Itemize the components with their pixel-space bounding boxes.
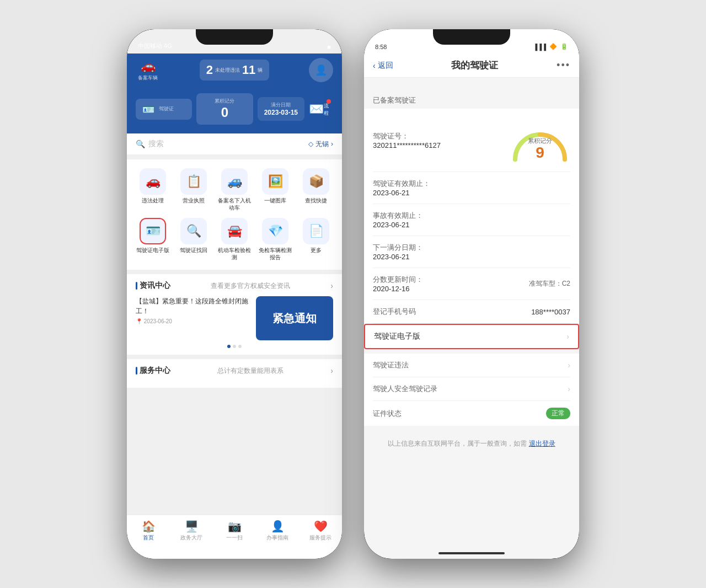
status-row: 证件状态 正常 (373, 401, 570, 426)
grid-icon-1: 📋 (180, 168, 207, 195)
guide-icon: 👤 (271, 520, 285, 533)
service-header: 服务中心 总计有定数量能用表系 › (136, 366, 333, 376)
valid-date-row: 驾驶证有效期止： 2023-06-21 (373, 172, 570, 204)
grid-icon-5: 🪪 (140, 218, 166, 244)
grid-icon-4: 📦 (303, 168, 329, 195)
license-row: 🪪 驾驶证 累积记分 0 满分日期 2023-03-15 ✉️ 流程 (127, 89, 342, 133)
footer-note: 以上信息来自互联网平台，属于一般查询，如需 退出登录 (364, 430, 579, 457)
electronic-license-row[interactable]: 驾驶证电子版 › (364, 324, 579, 349)
score-box: 累积记分 0 (196, 93, 253, 125)
service-subtitle: 总计有定数量能用表系 (217, 366, 284, 376)
violation-row[interactable]: 驾驶证违法 › (373, 354, 570, 377)
grid-section: 🚗 违法处理 📋 营业执照 🚙 备案名下入机动车 🖼️ 一键图库 📦 (127, 159, 342, 270)
grid-item-2[interactable]: 🚙 备案名下入机动车 (217, 168, 252, 211)
grid-icon-3: 🖼️ (262, 168, 288, 195)
service-chevron-icon: › (330, 366, 333, 375)
status-badge: 正常 (546, 408, 570, 419)
left-notch (196, 29, 273, 45)
news-item[interactable]: 【盐城】紧急重要！这段路全锥封闭施工！ 📍 2023-06-20 紧急通知 (136, 296, 333, 340)
license-box: 🪪 驾驶证 (136, 99, 192, 120)
search-icon: 🔍 (136, 140, 145, 148)
grid-icon-6: 🔍 (180, 218, 207, 244)
license-info-card: 驾驶证号： 320211**********6127 (364, 109, 579, 349)
license-number-row: 驾驶证号： 320211**********6127 (373, 109, 570, 172)
service-title: 服务中心 (136, 366, 170, 376)
right-scroll[interactable]: 已备案驾驶证 驾驶证号： 320211**********6127 (364, 90, 579, 548)
left-phone: 中国移动 4G ■ 🚗 备案车辆 2 未处理违法 11 辆 👤 (127, 29, 342, 559)
news-section: 资讯中心 查看更多官方权威安全资讯 › 【盐城】紧急重要！这段路全锥封闭施工！ … (127, 274, 342, 355)
dot-2 (233, 345, 236, 348)
location-label[interactable]: ◇ 无锡 › (308, 140, 333, 149)
back-button[interactable]: ‹ 返回 (373, 61, 393, 71)
safe-driving-row[interactable]: 驾驶人安全驾驶记录 › (373, 377, 570, 401)
left-phone-screen: 中国移动 4G ■ 🚗 备案车辆 2 未处理违法 11 辆 👤 (127, 29, 342, 559)
bottom-nav: 🏠 首页 🖥️ 政务大厅 📷 一一扫 👤 办事指南 ❤️ 服务提示 (127, 515, 342, 559)
signal-icon: ▐▐▐ (533, 44, 546, 50)
grid-icon-7: 🚘 (221, 218, 248, 244)
grid-item-5-highlighted[interactable]: 🪪 驾驶证电子版 (136, 218, 170, 261)
grid-item-3[interactable]: 🖼️ 一键图库 (258, 168, 292, 211)
footer-link[interactable]: 退出登录 (529, 440, 555, 447)
right-section-header: 已备案驾驶证 (364, 90, 579, 109)
avatar[interactable]: 👤 (309, 58, 333, 82)
home-icon: 🏠 (142, 520, 156, 533)
accident-date-row: 事故有效期止： 2023-06-21 (373, 204, 570, 236)
electronic-license-chevron: › (566, 332, 569, 341)
vehicle-count-box: 2 未处理违法 11 辆 (200, 60, 270, 81)
right-phone-screen: 8:58 ▐▐▐ 🔶 🔋 ‹ 返回 我的驾驶证 ••• 已备案驾驶证 (364, 29, 579, 559)
menu-items-card: 驾驶证违法 › 驾驶人安全驾驶记录 › 证件状态 正常 (364, 354, 579, 426)
phone-number-row: 登记手机号码 188****0037 (373, 300, 570, 324)
grid-item-8[interactable]: 💎 免检车辆检测报告 (258, 218, 292, 261)
search-bar[interactable]: 🔍 搜索 ◇ 无锡 › (127, 133, 342, 155)
grid-item-1[interactable]: 📋 营业执照 (176, 168, 211, 211)
grid-item-0[interactable]: 🚗 违法处理 (136, 168, 170, 211)
scan-icon: 📷 (228, 520, 242, 533)
dot-3 (238, 345, 242, 348)
battery-icon: 🔋 (560, 43, 568, 50)
left-header: 🚗 备案车辆 2 未处理违法 11 辆 👤 (127, 54, 342, 89)
violation-chevron: › (568, 361, 570, 370)
news-header: 资讯中心 查看更多官方权威安全资讯 › (136, 281, 333, 291)
grid-item-6[interactable]: 🔍 驾驶证找回 (176, 218, 211, 261)
next-score-row: 下一满分日期： 2023-06-21 (373, 236, 570, 268)
right-notch (433, 29, 510, 45)
news-location: 📍 2023-06-20 (136, 318, 249, 324)
safe-driving-chevron: › (568, 384, 570, 393)
grid-icon-0: 🚗 (140, 168, 166, 195)
date-box: 满分日期 2023-03-15 (258, 97, 304, 121)
search-input-area[interactable]: 🔍 搜索 (136, 139, 164, 149)
news-subtitle[interactable]: 查看更多官方权威安全资讯 (211, 281, 290, 291)
page-title: 我的驾驶证 (451, 59, 498, 72)
wifi-icon: 🔶 (549, 43, 557, 50)
grid-item-9[interactable]: 📄 更多 (299, 218, 333, 261)
nav-scan[interactable]: 📷 一一扫 (213, 520, 256, 542)
back-chevron-icon: ‹ (373, 61, 376, 70)
hall-icon: 🖥️ (185, 520, 199, 533)
news-banner: 紧急通知 (256, 296, 333, 340)
mail-badge (327, 99, 331, 104)
nav-hall[interactable]: 🖥️ 政务大厅 (170, 520, 213, 542)
nav-home[interactable]: 🏠 首页 (127, 520, 170, 542)
score-display: 累积记分 9 (528, 137, 552, 161)
right-nav-bar: ‹ 返回 我的驾驶证 ••• (364, 54, 579, 78)
carousel-dots (136, 345, 333, 348)
right-time: 8:58 (375, 44, 387, 50)
left-battery: ■ (327, 44, 331, 50)
service-icon: ❤️ (314, 520, 328, 533)
grid-icon-8: 💎 (262, 218, 288, 244)
vehicle-stat: 🚗 备案车辆 (136, 58, 160, 82)
mail-icon[interactable]: ✉️ 流程 (309, 97, 333, 121)
service-section: 服务中心 总计有定数量能用表系 › (127, 359, 342, 388)
nav-guide[interactable]: 👤 办事指南 (256, 520, 299, 542)
grid-item-4[interactable]: 📦 查找快捷 (299, 168, 333, 211)
home-indicator (438, 552, 505, 554)
score-update-row: 分数更新时间： 2020-12-16 准驾车型：C2 (373, 268, 570, 300)
right-phone: 8:58 ▐▐▐ 🔶 🔋 ‹ 返回 我的驾驶证 ••• 已备案驾驶证 (364, 29, 579, 559)
news-text: 【盐城】紧急重要！这段路全锥封闭施工！ 📍 2023-06-20 (136, 296, 249, 324)
more-button[interactable]: ••• (557, 60, 570, 71)
left-scroll-content[interactable]: 🚗 备案车辆 2 未处理违法 11 辆 👤 🪪 驾驶证 (127, 54, 342, 515)
news-title-label: 资讯中心 (136, 281, 170, 291)
grid-item-7[interactable]: 🚘 机动车检验检测 (217, 218, 252, 261)
grid-icon-2: 🚙 (221, 168, 248, 195)
nav-service[interactable]: ❤️ 服务提示 (299, 520, 342, 542)
